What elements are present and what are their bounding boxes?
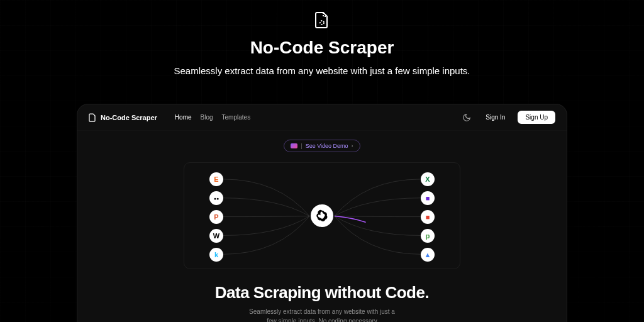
- destination-icons: X■■p▲: [421, 172, 435, 262]
- nav-link-home[interactable]: Home: [175, 114, 192, 121]
- chevron-right-icon: ›: [352, 143, 353, 149]
- outer-title: No-Code Scraper: [0, 38, 644, 58]
- app-frame: No-Code Scraper Home Blog Templates Sign…: [77, 104, 567, 322]
- integration-medium-icon: ●●: [209, 191, 223, 205]
- brand-text: No-Code Scraper: [101, 114, 157, 121]
- openai-icon: [311, 204, 333, 227]
- nav-link-templates[interactable]: Templates: [222, 114, 251, 121]
- nav-link-blog[interactable]: Blog: [201, 114, 213, 121]
- integration-slack-icon: p: [421, 229, 435, 243]
- theme-toggle-icon[interactable]: [460, 111, 473, 124]
- signin-button[interactable]: Sign In: [479, 111, 511, 124]
- nav-brand[interactable]: No-Code Scraper: [89, 113, 157, 122]
- source-icons: E●●PWk: [209, 172, 223, 262]
- hero-subtitle: Seamlessly extract data from any website…: [77, 307, 567, 322]
- file-icon: [89, 113, 96, 122]
- demo-label: See Video Demo: [306, 143, 348, 149]
- outer-subtitle: Seamlessly extract data from any website…: [0, 65, 644, 76]
- integration-excel-icon: X: [421, 172, 435, 186]
- integration-wordpress-icon: W: [209, 229, 223, 243]
- outer-logo-icon: [0, 11, 644, 29]
- video-demo-button[interactable]: | See Video Demo ›: [284, 140, 360, 152]
- navbar: No-Code Scraper Home Blog Templates Sign…: [77, 104, 567, 131]
- integration-producthunt-icon: P: [209, 210, 223, 224]
- integration-kaggle-icon: k: [209, 248, 223, 262]
- signup-button[interactable]: Sign Up: [518, 111, 555, 124]
- nav-links: Home Blog Templates: [175, 114, 250, 121]
- svg-point-0: [320, 21, 324, 25]
- integration-tool-icon: ■: [421, 191, 435, 205]
- hero-title: Data Scraping without Code.: [77, 283, 567, 303]
- integration-drive-icon: ▲: [421, 248, 435, 262]
- integration-etsy-icon: E: [209, 172, 223, 186]
- demo-thumb-icon: [291, 143, 297, 148]
- integration-todoist-icon: ■: [421, 210, 435, 224]
- demo-separator: |: [301, 143, 302, 149]
- integration-diagram: E●●PWk X■■p▲: [184, 162, 460, 269]
